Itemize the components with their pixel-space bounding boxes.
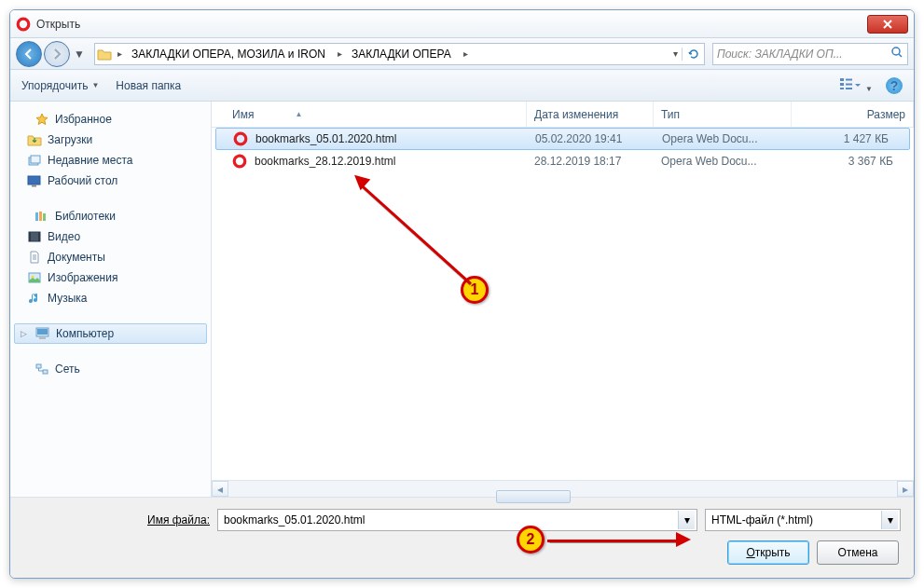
svg-rect-10 (28, 176, 40, 185)
filetype-filter[interactable]: HTML-файл (*.html) ▾ (705, 509, 901, 531)
column-headers: Имя▲ Дата изменения Тип Размер (212, 102, 914, 128)
chevron-down-icon[interactable]: ▾ (678, 511, 695, 529)
forward-button[interactable] (44, 41, 70, 67)
new-folder-button[interactable]: Новая папка (116, 79, 181, 92)
svg-rect-3 (840, 83, 844, 86)
chevron-right-icon[interactable]: ▸ (460, 48, 472, 59)
expand-icon[interactable]: ▷ (21, 329, 30, 338)
pictures-icon (27, 270, 42, 285)
svg-rect-24 (43, 370, 48, 374)
search-input[interactable]: Поиск: ЗАКЛАДКИ ОП... (712, 43, 908, 65)
column-type[interactable]: Тип (654, 102, 792, 127)
column-size[interactable]: Размер (792, 102, 914, 127)
cancel-button[interactable]: Отмена (817, 540, 899, 565)
recent-icon (27, 153, 42, 168)
svg-rect-11 (32, 185, 36, 187)
open-button[interactable]: Открыть (727, 540, 809, 565)
scroll-left-button[interactable]: ◂ (212, 481, 228, 497)
sidebar-item-documents[interactable]: Документы (10, 247, 211, 267)
sidebar-item-recent[interactable]: Недавние места (10, 150, 211, 171)
video-icon (27, 229, 42, 244)
horizontal-scrollbar[interactable]: ◂ ▸ (212, 480, 914, 497)
nav-history-dropdown[interactable]: ▼ (72, 41, 87, 67)
footer: Имя файла: bookmarks_05.01.2020.html ▾ H… (10, 497, 914, 578)
chevron-down-icon: ▼ (91, 81, 99, 89)
help-button[interactable]: ? (886, 77, 903, 94)
scroll-right-button[interactable]: ▸ (897, 481, 914, 497)
chevron-right-icon[interactable]: ▸ (334, 48, 346, 59)
refresh-icon (687, 48, 700, 61)
svg-rect-22 (39, 337, 46, 339)
breadcrumb-dropdown[interactable]: ▾ (669, 48, 682, 59)
sidebar-item-desktop[interactable]: Рабочий стол (10, 171, 211, 191)
back-button[interactable] (16, 41, 42, 67)
sidebar-item-pictures[interactable]: Изображения (10, 267, 211, 288)
libraries-icon (34, 209, 49, 224)
arrow-right-icon (50, 48, 63, 61)
svg-rect-2 (840, 78, 844, 81)
svg-rect-14 (43, 213, 46, 221)
organize-button[interactable]: Упорядочить▼ (21, 79, 99, 92)
opera-icon (232, 154, 247, 169)
titlebar: Открыть (10, 10, 914, 38)
filename-input[interactable]: bookmarks_05.01.2020.html ▾ (217, 509, 697, 531)
scroll-thumb[interactable] (496, 490, 571, 503)
svg-rect-12 (35, 212, 38, 221)
file-row[interactable]: bookmarks_05.01.2020.html 05.02.2020 19:… (215, 128, 910, 150)
svg-rect-21 (37, 329, 48, 335)
close-button[interactable] (867, 15, 908, 34)
breadcrumb[interactable]: ▸ ЗАКЛАДКИ ОПЕРА, МОЗИЛА и IRON ▸ ЗАКЛАД… (94, 43, 705, 65)
svg-rect-13 (39, 212, 42, 221)
file-pane: Имя▲ Дата изменения Тип Размер bookmarks… (212, 102, 914, 497)
toolbar: Упорядочить▼ Новая папка ▼ ? (10, 70, 914, 102)
svg-point-26 (234, 156, 245, 167)
opera-icon (233, 131, 248, 146)
body: Избранное Загрузки Недавние места Рабочи… (10, 102, 914, 497)
svg-point-0 (18, 19, 29, 30)
chevron-right-icon[interactable]: ▸ (114, 48, 126, 59)
file-list: bookmarks_05.01.2020.html 05.02.2020 19:… (212, 128, 914, 480)
svg-rect-7 (846, 88, 852, 89)
svg-point-25 (235, 133, 246, 144)
network-icon (34, 362, 49, 376)
navbar: ▼ ▸ ЗАКЛАДКИ ОПЕРА, МОЗИЛА и IRON ▸ ЗАКЛ… (10, 38, 914, 70)
svg-rect-5 (846, 79, 852, 81)
search-placeholder: Поиск: ЗАКЛАДКИ ОП... (717, 48, 843, 61)
document-icon (27, 250, 42, 265)
opera-icon (16, 17, 31, 32)
sidebar-network[interactable]: Сеть (10, 359, 211, 379)
column-date[interactable]: Дата изменения (527, 102, 654, 127)
folder-icon (27, 132, 42, 147)
sidebar-computer[interactable]: ▷ Компьютер (14, 323, 207, 344)
sidebar-favorites[interactable]: Избранное (10, 109, 211, 130)
svg-rect-16 (29, 232, 31, 241)
sidebar-libraries[interactable]: Библиотеки (10, 206, 211, 226)
folder-icon (95, 48, 114, 61)
file-row[interactable]: bookmarks_28.12.2019.html 28.12.2019 18:… (212, 150, 914, 172)
close-icon (882, 20, 893, 29)
sidebar-item-downloads[interactable]: Загрузки (10, 130, 211, 150)
file-open-dialog: Открыть ▼ ▸ ЗАКЛАДКИ ОПЕРА, МОЗИЛА и IRO… (9, 9, 915, 579)
filename-label: Имя файла: (23, 513, 210, 526)
sidebar-item-music[interactable]: Музыка (10, 288, 211, 308)
svg-rect-9 (31, 156, 40, 163)
music-icon (27, 291, 42, 306)
breadcrumb-segment[interactable]: ЗАКЛАДКИ ОПЕРА (346, 44, 460, 64)
svg-rect-23 (36, 364, 41, 368)
star-icon (34, 112, 49, 127)
arrow-left-icon (22, 48, 35, 61)
sidebar: Избранное Загрузки Недавние места Рабочи… (10, 102, 212, 497)
column-name[interactable]: Имя▲ (225, 102, 527, 127)
sidebar-item-videos[interactable]: Видео (10, 226, 211, 247)
svg-rect-17 (38, 232, 40, 241)
breadcrumb-segment[interactable]: ЗАКЛАДКИ ОПЕРА, МОЗИЛА и IRON (126, 44, 334, 64)
chevron-down-icon[interactable]: ▾ (881, 511, 898, 529)
sort-asc-icon: ▲ (295, 110, 302, 118)
search-icon[interactable] (890, 46, 903, 62)
svg-point-1 (892, 48, 900, 55)
svg-rect-6 (846, 84, 852, 86)
refresh-button[interactable] (682, 48, 704, 61)
svg-rect-4 (840, 88, 844, 89)
computer-icon (35, 326, 50, 341)
view-options-button[interactable]: ▼ (839, 76, 873, 94)
